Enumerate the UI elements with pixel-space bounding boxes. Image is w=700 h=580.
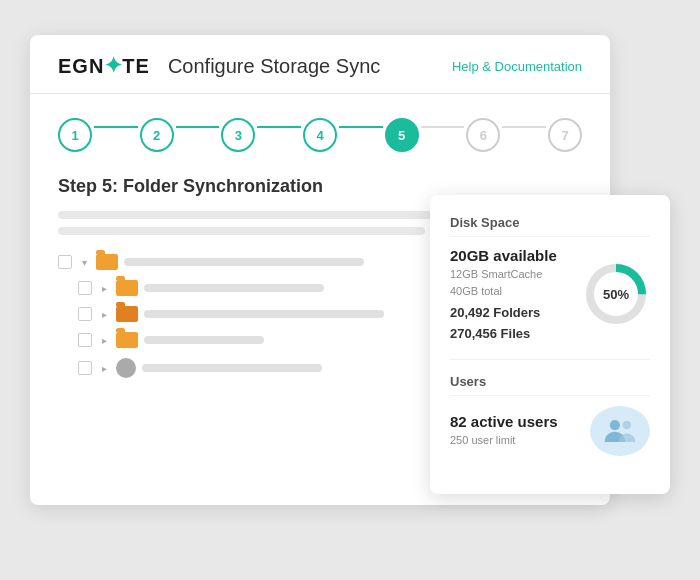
page-title: Configure Storage Sync xyxy=(168,55,380,78)
folder-icon-4 xyxy=(116,332,138,348)
file-name-bar-5 xyxy=(142,364,322,372)
step-line-2 xyxy=(176,126,220,128)
disk-space-text: 20GB available 12GB SmartCache 40GB tota… xyxy=(450,247,582,341)
disk-folders: 20,492 Folders xyxy=(450,305,582,320)
disk-total: 40GB total xyxy=(450,283,582,300)
disk-space-row: 20GB available 12GB SmartCache 40GB tota… xyxy=(450,247,650,341)
steps-container: 1 2 3 4 5 6 7 xyxy=(30,94,610,168)
step-circle-1[interactable]: 1 xyxy=(58,118,92,152)
users-icon xyxy=(590,406,650,456)
section-divider xyxy=(450,359,650,360)
chevron-right-5[interactable]: ▸ xyxy=(98,363,110,374)
checkbox-3[interactable] xyxy=(78,307,92,321)
disk-files: 270,456 Files xyxy=(450,326,582,341)
chevron-right-2[interactable]: ▸ xyxy=(98,283,110,294)
checkbox-4[interactable] xyxy=(78,333,92,347)
chevron-down-1[interactable]: ▾ xyxy=(78,257,90,268)
step-2[interactable]: 2 xyxy=(140,118,174,152)
users-text: 82 active users 250 user limit xyxy=(450,413,590,449)
step-circle-5[interactable]: 5 xyxy=(385,118,419,152)
step-line-1 xyxy=(94,126,138,128)
step-circle-4[interactable]: 4 xyxy=(303,118,337,152)
users-limit: 250 user limit xyxy=(450,432,590,449)
file-name-bar-3 xyxy=(144,310,384,318)
step-3[interactable]: 3 xyxy=(221,118,255,152)
folder-icon-5 xyxy=(116,358,136,378)
svg-point-3 xyxy=(623,421,632,430)
checkbox-2[interactable] xyxy=(78,281,92,295)
disk-available: 20GB available xyxy=(450,247,582,264)
file-name-bar-1 xyxy=(124,258,364,266)
header-left: EGN✦TE Configure Storage Sync xyxy=(58,53,380,79)
logo-text-part2: TE xyxy=(122,55,150,78)
disk-space-section: Disk Space 20GB available 12GB SmartCach… xyxy=(450,215,650,341)
help-link[interactable]: Help & Documentation xyxy=(452,59,582,74)
step-4[interactable]: 4 xyxy=(303,118,337,152)
step-1[interactable]: 1 xyxy=(58,118,92,152)
donut-chart: 50% xyxy=(582,260,650,328)
step-line-4 xyxy=(339,126,383,128)
step-line-3 xyxy=(257,126,301,128)
step-5[interactable]: 5 xyxy=(385,118,419,152)
logo-text-part1: EGN xyxy=(58,55,104,78)
step-circle-7[interactable]: 7 xyxy=(548,118,582,152)
checkbox-5[interactable] xyxy=(78,361,92,375)
logo-star-icon: ✦ xyxy=(104,53,122,79)
chevron-right-4[interactable]: ▸ xyxy=(98,335,110,346)
donut-percent: 50% xyxy=(603,287,629,302)
users-section: Users 82 active users 250 user limit xyxy=(450,374,650,456)
folder-icon-3 xyxy=(116,306,138,322)
step-circle-6[interactable]: 6 xyxy=(466,118,500,152)
users-active: 82 active users xyxy=(450,413,590,430)
users-title: Users xyxy=(450,374,650,396)
chevron-right-3[interactable]: ▸ xyxy=(98,309,110,320)
step-6[interactable]: 6 xyxy=(466,118,500,152)
desc-line-2 xyxy=(58,227,425,235)
logo: EGN✦TE xyxy=(58,53,150,79)
header: EGN✦TE Configure Storage Sync Help & Doc… xyxy=(30,35,610,94)
file-name-bar-2 xyxy=(144,284,324,292)
step-line-5 xyxy=(421,126,465,128)
folder-icon-2 xyxy=(116,280,138,296)
users-row: 82 active users 250 user limit xyxy=(450,406,650,456)
step-circle-3[interactable]: 3 xyxy=(221,118,255,152)
folder-icon-1 xyxy=(96,254,118,270)
step-circle-2[interactable]: 2 xyxy=(140,118,174,152)
disk-space-title: Disk Space xyxy=(450,215,650,237)
users-svg xyxy=(603,414,637,448)
info-card: Disk Space 20GB available 12GB SmartCach… xyxy=(430,195,670,494)
checkbox-1[interactable] xyxy=(58,255,72,269)
file-name-bar-4 xyxy=(144,336,264,344)
disk-smartcache: 12GB SmartCache xyxy=(450,266,582,283)
step-line-6 xyxy=(502,126,546,128)
step-7[interactable]: 7 xyxy=(548,118,582,152)
svg-point-2 xyxy=(610,420,620,430)
